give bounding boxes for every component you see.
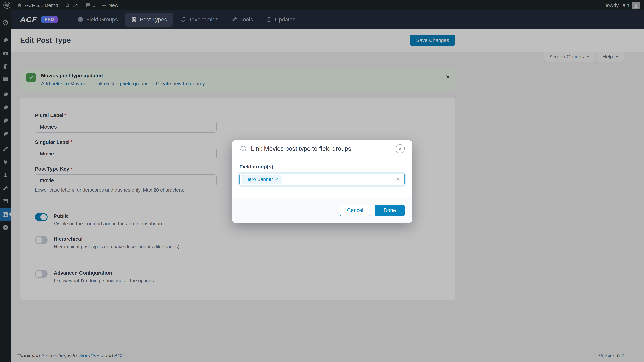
modal-body: Field group(s) Hero Banner × × (232, 157, 412, 185)
field-groups-label: Field group(s) (240, 164, 405, 170)
remove-tag-icon[interactable]: × (275, 177, 278, 182)
puzzle-icon (240, 145, 247, 152)
tag-label: Hero Banner (245, 177, 273, 182)
cancel-button[interactable]: Cancel (340, 205, 370, 216)
selected-field-group-tag: Hero Banner × (242, 175, 282, 184)
modal-title: Link Movies post type to field groups (251, 145, 351, 152)
clear-selection-icon[interactable]: × (396, 176, 400, 183)
close-icon: × (399, 146, 402, 151)
modal-header: Link Movies post type to field groups × (232, 140, 412, 157)
modal-close-button[interactable]: × (396, 144, 405, 153)
modal-footer: Cancel Done (232, 198, 412, 223)
link-field-groups-modal: Link Movies post type to field groups × … (232, 140, 412, 223)
done-button[interactable]: Done (375, 205, 405, 216)
field-groups-select[interactable]: Hero Banner × × (240, 174, 405, 185)
